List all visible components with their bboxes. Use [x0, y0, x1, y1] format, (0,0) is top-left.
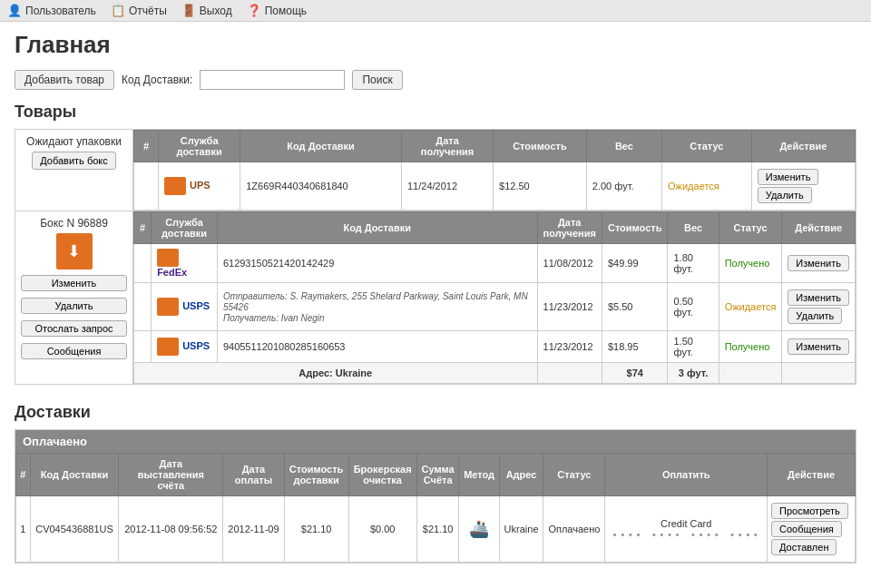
nav-user[interactable]: 👤 Пользователь	[7, 4, 96, 17]
action-btn[interactable]: Изменить	[788, 338, 849, 355]
add-product-button[interactable]: Добавить товар	[15, 70, 114, 90]
dcol-tracking: Код Доставки	[30, 454, 119, 496]
delivery-action-btn[interactable]: Доставлен	[771, 539, 837, 555]
item-weight: 1.80 фут.	[668, 244, 719, 283]
drow-tracking: CV045436881US	[30, 496, 119, 563]
dcol-method: Метод	[459, 454, 499, 496]
dcol-addr: Адрес	[499, 454, 543, 496]
item-status: Получено	[719, 331, 782, 363]
col-status: Статус	[662, 131, 752, 162]
delivery-code-label: Код Доставки:	[122, 74, 192, 86]
box-footer-blank3	[782, 363, 856, 384]
box-row: Бокс N 96889 ⬇ Изменить Удалить Отослать…	[15, 211, 856, 384]
action-btn[interactable]: Удалить	[758, 187, 812, 203]
paid-header: Оплачаено	[15, 430, 856, 453]
item-tracking: 9405511201080285160653	[217, 331, 537, 363]
col-cost-b: Стоимость	[602, 212, 668, 244]
action-btn[interactable]: Изменить	[788, 289, 849, 306]
drow-actions: ПросмотретьСообщенияДоставлен	[768, 496, 856, 563]
top-nav: 👤 Пользователь 📋 Отчёты 🚪 Выход ❓ Помощь	[0, 0, 871, 22]
item-status: Ожидается	[662, 162, 752, 211]
box-footer-addr: Адрес: Ukraine	[134, 363, 538, 384]
drow-num: 1	[16, 496, 31, 563]
table-row: UPS 1Z669R440340681840 11/24/2012 $12.50…	[134, 162, 856, 211]
box-footer-blank	[537, 363, 602, 384]
item-actions: Изменить	[782, 244, 856, 283]
drow-status: Оплачаено	[543, 496, 605, 563]
credit-card-number: •••• •••• •••• ••••	[609, 529, 763, 541]
box-change-button[interactable]: Изменить	[21, 275, 127, 291]
action-btn[interactable]: Изменить	[788, 255, 849, 271]
box-name: Бокс N 96889	[21, 217, 127, 230]
item-actions: ИзменитьУдалить	[751, 162, 855, 211]
nav-help-label: Помощь	[265, 5, 307, 17]
item-cost: $18.95	[602, 331, 668, 363]
col-weight: Вес	[586, 131, 661, 162]
item-num	[134, 244, 152, 283]
drow-method: 🚢	[459, 496, 499, 563]
nav-help[interactable]: ❓ Помощь	[247, 4, 307, 17]
col-cost: Стоимость	[494, 131, 587, 162]
box-items-table-wrap: # Службадоставки Код Доставки Датаполуче…	[133, 211, 856, 384]
drow-pay: Credit Card •••• •••• •••• ••••	[605, 496, 768, 563]
box-messages-button[interactable]: Сообщения	[21, 343, 127, 359]
exit-icon: 🚪	[181, 4, 196, 17]
nav-exit[interactable]: 🚪 Выход	[181, 4, 232, 17]
col-date: Датаполучения	[401, 131, 493, 162]
box-send-button[interactable]: Отослать запрос	[21, 320, 127, 337]
nav-user-label: Пользователь	[25, 5, 96, 17]
pending-label: Ожидают упаковки	[21, 135, 127, 148]
box-panel: Бокс N 96889 ⬇ Изменить Удалить Отослать…	[15, 211, 133, 384]
box-footer-cost: $74	[602, 363, 668, 384]
box-items-table: # Службадоставки Код Доставки Датаполуче…	[133, 211, 856, 384]
item-num	[134, 283, 152, 331]
item-status: Ожидается	[719, 283, 782, 331]
nav-reports[interactable]: 📋 Отчёты	[111, 4, 167, 17]
dcol-pay: Оплатить	[605, 454, 768, 496]
drow-invoice-date: 2012-11-08 09:56:52	[119, 496, 223, 563]
box-footer-blank2	[719, 363, 782, 384]
delivery-action-btn[interactable]: Сообщения	[771, 521, 842, 537]
col-action-b: Действие	[782, 212, 856, 244]
pending-row: Ожидают упаковки Добавить бокс # Службад…	[15, 130, 856, 211]
table-row: FedEx 61293150521420142429 11/08/2012 $4…	[134, 244, 856, 283]
col-tracking-b: Код Доставки	[217, 212, 537, 244]
nav-exit-label: Выход	[200, 5, 232, 17]
deliveries-title: Доставки	[15, 403, 856, 422]
item-num	[134, 331, 152, 363]
nav-reports-label: Отчёты	[129, 5, 167, 17]
col-carrier: Службадоставки	[159, 131, 240, 162]
item-status: Получено	[719, 244, 782, 283]
col-num: #	[134, 131, 159, 162]
dcol-pay-date: Датаоплаты	[223, 454, 284, 496]
dcol-total: СуммаСчёта	[416, 454, 459, 496]
item-weight: 0.50 фут.	[668, 283, 719, 331]
action-btn[interactable]: Изменить	[758, 169, 819, 185]
boat-icon: 🚢	[469, 520, 489, 538]
item-cost: $5.50	[602, 283, 668, 331]
item-carrier: UPS	[159, 162, 240, 211]
dcol-action: Действие	[768, 454, 856, 496]
item-date: 11/24/2012	[401, 162, 493, 211]
item-tracking: 61293150521420142429	[217, 244, 537, 283]
search-button[interactable]: Поиск	[352, 70, 402, 90]
item-weight: 2.00 фут.	[586, 162, 661, 211]
item-tracking: Отправитель: S. Raymakers, 255 Shelard P…	[217, 283, 537, 331]
products-section-title: Товары	[15, 103, 856, 122]
pending-items-table: # Службадоставки Код Доставки Датаполуче…	[133, 130, 856, 211]
dcol-status: Статус	[543, 454, 605, 496]
delivery-code-input[interactable]	[200, 70, 345, 90]
col-carrier-b: Службадоставки	[152, 212, 218, 244]
deliveries-section: Доставки Оплачаено # Код Доставки Датавы…	[15, 403, 856, 564]
dcol-ship-cost: Стоимостьдоставки	[284, 454, 348, 496]
action-btn[interactable]: Удалить	[788, 308, 842, 324]
products-section: Ожидают упаковки Добавить бокс # Службад…	[15, 129, 856, 385]
box-buttons: Изменить Удалить Отослать запрос Сообщен…	[21, 273, 127, 361]
item-carrier: FedEx	[152, 244, 218, 283]
box-delete-button[interactable]: Удалить	[21, 298, 127, 314]
add-box-button[interactable]: Добавить бокс	[32, 152, 116, 170]
delivery-action-btn[interactable]: Просмотреть	[771, 503, 848, 519]
drow-total: $21.10	[416, 496, 459, 563]
box-icon: ⬇	[56, 233, 93, 270]
col-tracking: Код Доставки	[240, 131, 402, 162]
